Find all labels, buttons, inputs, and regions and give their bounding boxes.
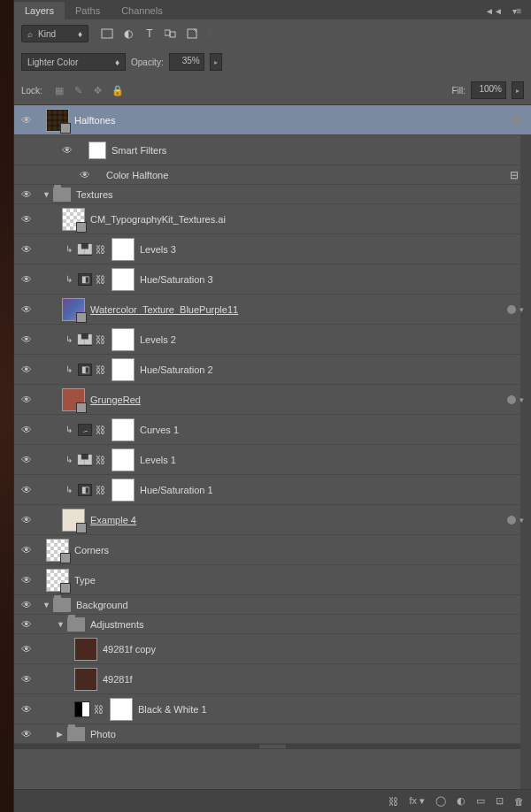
tab-channels[interactable]: Channels: [111, 2, 173, 19]
fill-input[interactable]: 100%: [471, 81, 506, 99]
visibility-toggle[interactable]: 👁: [14, 484, 39, 496]
effects-indicator-icon[interactable]: [507, 305, 516, 314]
layer-name[interactable]: 49281f copy: [103, 644, 531, 655]
lock-position-icon[interactable]: ✥: [92, 85, 104, 96]
layer-corners[interactable]: 👁 Corners: [14, 535, 531, 565]
layer-thumbnail[interactable]: [62, 509, 85, 532]
visibility-toggle[interactable]: 👁: [14, 574, 39, 586]
filter-type-icon[interactable]: T: [143, 27, 156, 40]
layer-name[interactable]: Black & White 1: [138, 704, 531, 715]
visibility-toggle[interactable]: 👁: [14, 364, 39, 376]
collapse-icon[interactable]: ◄◄: [485, 2, 503, 19]
link-icon[interactable]: ⛓: [96, 274, 106, 285]
layer-color-halftone[interactable]: 👁 Color Halftone ⊟: [14, 165, 531, 185]
visibility-toggle[interactable]: 👁: [14, 333, 39, 346]
layer-huesat-1[interactable]: 👁 ↳ ◧ ⛓ Hue/Saturation 1: [14, 475, 531, 505]
effects-expand-icon[interactable]: ▾: [519, 395, 524, 404]
link-icon[interactable]: ⛓: [96, 425, 106, 435]
effects-indicator-icon[interactable]: [512, 116, 520, 125]
layer-levels-2[interactable]: 👁 ↳ ▙▟ ⛓ Levels 2: [14, 325, 531, 355]
visibility-toggle[interactable]: 👁: [55, 144, 80, 157]
visibility-toggle[interactable]: 👁: [14, 514, 39, 526]
group-background[interactable]: 👁 ▼ Background: [14, 595, 531, 615]
fill-arrow-icon[interactable]: ▸: [512, 81, 524, 99]
mask-thumbnail[interactable]: [112, 268, 135, 291]
expand-toggle-icon[interactable]: ▶: [57, 730, 65, 739]
filter-pixel-icon[interactable]: [101, 27, 113, 40]
layer-type[interactable]: 👁 Type: [14, 565, 531, 595]
group-photo[interactable]: 👁 ▶ Photo: [14, 724, 531, 744]
fx-icon[interactable]: fx ▾: [409, 795, 425, 807]
mask-thumbnail[interactable]: [112, 358, 135, 381]
effects-indicator-icon[interactable]: [507, 516, 516, 525]
layer-49281f-copy[interactable]: 👁 49281f copy: [14, 634, 531, 664]
layer-list[interactable]: 👁 Halftones 👁 Smart Filters 👁 Color Half…: [14, 105, 531, 789]
layer-name[interactable]: Photo: [90, 729, 531, 739]
layer-name[interactable]: Levels 1: [140, 455, 531, 465]
layer-name[interactable]: Hue/Saturation 3: [140, 274, 531, 285]
visibility-toggle[interactable]: 👁: [14, 303, 39, 316]
new-group-icon[interactable]: ▭: [476, 795, 485, 807]
visibility-toggle[interactable]: 👁: [14, 728, 39, 740]
visibility-toggle[interactable]: 👁: [14, 394, 39, 406]
visibility-toggle[interactable]: 👁: [14, 544, 39, 556]
mask-thumbnail[interactable]: [110, 698, 133, 721]
mask-thumbnail[interactable]: [88, 142, 106, 159]
visibility-toggle[interactable]: 👁: [14, 454, 39, 466]
layer-example4[interactable]: 👁 Example 4 ▾: [14, 505, 531, 535]
group-textures[interactable]: 👁 ▼ Textures: [14, 185, 531, 204]
expand-toggle-icon[interactable]: ▼: [42, 601, 51, 609]
visibility-toggle[interactable]: 👁: [14, 703, 39, 716]
layer-smart-filters[interactable]: 👁 Smart Filters: [14, 135, 531, 165]
link-icon[interactable]: ⛓: [96, 485, 106, 495]
mask-thumbnail[interactable]: [112, 328, 135, 351]
link-layers-icon[interactable]: ⛓: [389, 796, 398, 807]
visibility-toggle[interactable]: 👁: [14, 114, 39, 126]
layer-halftones[interactable]: 👁 Halftones: [14, 105, 531, 135]
visibility-toggle[interactable]: 👁: [73, 169, 97, 181]
layer-watercolor[interactable]: 👁 Watercolor_Texture_BluePurple11 ▾: [14, 295, 531, 325]
effects-indicator-icon[interactable]: [507, 395, 516, 404]
expand-toggle-icon[interactable]: ▼: [57, 620, 65, 629]
mask-thumbnail[interactable]: [112, 418, 135, 441]
layer-bw-1[interactable]: 👁 ⛓ Black & White 1: [14, 694, 531, 724]
opacity-input[interactable]: 35%: [169, 53, 204, 71]
visibility-toggle[interactable]: 👁: [14, 273, 39, 286]
visibility-toggle[interactable]: 👁: [14, 673, 39, 686]
layer-huesat-2[interactable]: 👁 ↳ ◧ ⛓ Hue/Saturation 2: [14, 355, 531, 385]
visibility-toggle[interactable]: 👁: [14, 643, 39, 655]
layer-name[interactable]: Textures: [76, 189, 531, 200]
layer-cm-typo[interactable]: 👁 CM_TypographyKit_Textures.ai: [14, 204, 531, 234]
layer-curves-1[interactable]: 👁 ↳ ⦧ ⛓ Curves 1: [14, 415, 531, 445]
layer-name[interactable]: Background: [76, 600, 531, 610]
layer-thumbnail[interactable]: [74, 638, 97, 661]
layer-name[interactable]: Levels 2: [140, 334, 531, 345]
mask-thumbnail[interactable]: [112, 448, 135, 471]
mask-icon[interactable]: ◯: [435, 795, 446, 807]
layer-thumbnail[interactable]: [62, 388, 85, 411]
layer-name[interactable]: Watercolor_Texture_BluePurple11: [90, 304, 507, 315]
delete-layer-icon[interactable]: 🗑: [514, 796, 524, 807]
new-layer-icon[interactable]: ⊡: [496, 795, 504, 807]
lock-transparent-icon[interactable]: ▦: [53, 85, 65, 96]
opacity-arrow-icon[interactable]: ▸: [210, 53, 222, 71]
visibility-toggle[interactable]: 👁: [14, 599, 39, 611]
layer-name[interactable]: Hue/Saturation 2: [140, 364, 531, 375]
link-icon[interactable]: ⛓: [94, 704, 104, 715]
link-icon[interactable]: ⛓: [96, 455, 106, 465]
tab-layers[interactable]: Layers: [14, 2, 65, 19]
lock-pixels-icon[interactable]: ✎: [73, 85, 85, 96]
link-icon[interactable]: ⛓: [96, 244, 106, 255]
blend-mode-select[interactable]: Lighter Color♦: [21, 53, 126, 71]
layer-name[interactable]: CM_TypographyKit_Textures.ai: [90, 214, 531, 225]
visibility-toggle[interactable]: 👁: [14, 424, 39, 436]
layer-name[interactable]: Adjustments: [90, 619, 531, 630]
link-icon[interactable]: ⛓: [96, 364, 106, 375]
layer-thumbnail[interactable]: [46, 539, 69, 562]
layer-name[interactable]: Type: [74, 575, 531, 586]
layer-name[interactable]: Levels 3: [140, 244, 531, 255]
layer-name[interactable]: 49281f: [103, 674, 531, 685]
filter-smartobject-icon[interactable]: [186, 27, 198, 40]
layer-name[interactable]: GrungeRed: [90, 395, 507, 405]
layer-levels-1[interactable]: 👁 ↳ ▙▟ ⛓ Levels 1: [14, 445, 531, 475]
